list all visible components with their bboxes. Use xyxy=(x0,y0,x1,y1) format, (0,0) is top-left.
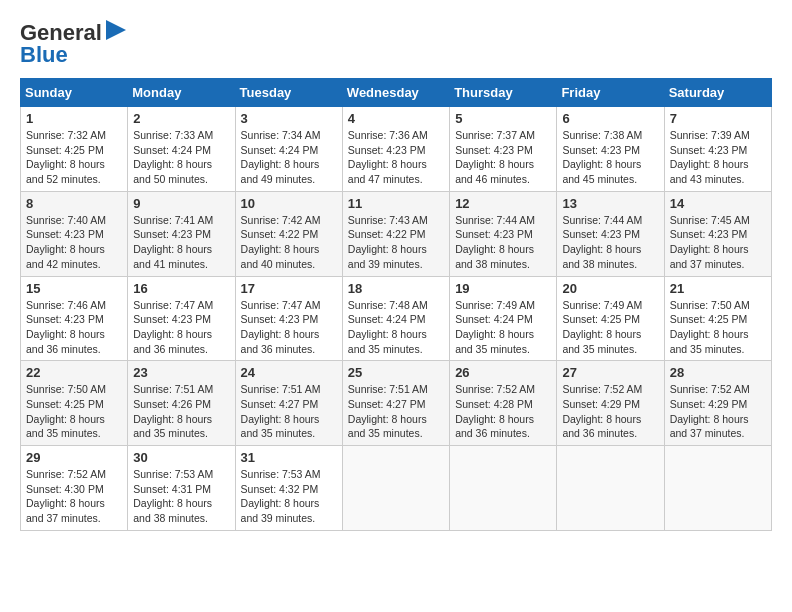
calendar-cell: 29 Sunrise: 7:52 AM Sunset: 4:30 PM Dayl… xyxy=(21,446,128,531)
calendar-cell: 7 Sunrise: 7:39 AM Sunset: 4:23 PM Dayli… xyxy=(664,107,771,192)
sunset-text: Sunset: 4:32 PM xyxy=(241,483,319,495)
sunset-text: Sunset: 4:24 PM xyxy=(348,313,426,325)
day-info: Sunrise: 7:50 AM Sunset: 4:25 PM Dayligh… xyxy=(670,298,766,357)
day-number: 6 xyxy=(562,111,658,126)
calendar-cell: 2 Sunrise: 7:33 AM Sunset: 4:24 PM Dayli… xyxy=(128,107,235,192)
sunrise-text: Sunrise: 7:44 AM xyxy=(455,214,535,226)
sunrise-text: Sunrise: 7:47 AM xyxy=(241,299,321,311)
day-number: 23 xyxy=(133,365,229,380)
daylight-text: Daylight: 8 hours and 38 minutes. xyxy=(133,497,212,524)
daylight-text: Daylight: 8 hours and 39 minutes. xyxy=(241,497,320,524)
calendar-cell: 4 Sunrise: 7:36 AM Sunset: 4:23 PM Dayli… xyxy=(342,107,449,192)
day-number: 27 xyxy=(562,365,658,380)
day-number: 3 xyxy=(241,111,337,126)
day-number: 19 xyxy=(455,281,551,296)
day-info: Sunrise: 7:53 AM Sunset: 4:31 PM Dayligh… xyxy=(133,467,229,526)
day-info: Sunrise: 7:51 AM Sunset: 4:26 PM Dayligh… xyxy=(133,382,229,441)
day-number: 5 xyxy=(455,111,551,126)
sunset-text: Sunset: 4:27 PM xyxy=(348,398,426,410)
calendar-cell: 22 Sunrise: 7:50 AM Sunset: 4:25 PM Dayl… xyxy=(21,361,128,446)
sunset-text: Sunset: 4:27 PM xyxy=(241,398,319,410)
day-number: 31 xyxy=(241,450,337,465)
calendar-cell: 10 Sunrise: 7:42 AM Sunset: 4:22 PM Dayl… xyxy=(235,191,342,276)
day-number: 8 xyxy=(26,196,122,211)
daylight-text: Daylight: 8 hours and 35 minutes. xyxy=(562,328,641,355)
sunrise-text: Sunrise: 7:49 AM xyxy=(562,299,642,311)
day-info: Sunrise: 7:47 AM Sunset: 4:23 PM Dayligh… xyxy=(241,298,337,357)
sunset-text: Sunset: 4:25 PM xyxy=(562,313,640,325)
column-header-friday: Friday xyxy=(557,79,664,107)
page-header: General Blue xyxy=(20,20,772,68)
calendar-cell: 17 Sunrise: 7:47 AM Sunset: 4:23 PM Dayl… xyxy=(235,276,342,361)
day-info: Sunrise: 7:50 AM Sunset: 4:25 PM Dayligh… xyxy=(26,382,122,441)
day-info: Sunrise: 7:53 AM Sunset: 4:32 PM Dayligh… xyxy=(241,467,337,526)
column-header-monday: Monday xyxy=(128,79,235,107)
sunset-text: Sunset: 4:23 PM xyxy=(455,228,533,240)
sunset-text: Sunset: 4:24 PM xyxy=(241,144,319,156)
calendar-cell: 3 Sunrise: 7:34 AM Sunset: 4:24 PM Dayli… xyxy=(235,107,342,192)
calendar-cell xyxy=(664,446,771,531)
day-info: Sunrise: 7:45 AM Sunset: 4:23 PM Dayligh… xyxy=(670,213,766,272)
day-number: 4 xyxy=(348,111,444,126)
sunrise-text: Sunrise: 7:49 AM xyxy=(455,299,535,311)
day-number: 30 xyxy=(133,450,229,465)
day-info: Sunrise: 7:52 AM Sunset: 4:30 PM Dayligh… xyxy=(26,467,122,526)
day-number: 28 xyxy=(670,365,766,380)
sunrise-text: Sunrise: 7:50 AM xyxy=(670,299,750,311)
day-number: 11 xyxy=(348,196,444,211)
sunrise-text: Sunrise: 7:36 AM xyxy=(348,129,428,141)
day-number: 7 xyxy=(670,111,766,126)
daylight-text: Daylight: 8 hours and 42 minutes. xyxy=(26,243,105,270)
sunrise-text: Sunrise: 7:42 AM xyxy=(241,214,321,226)
daylight-text: Daylight: 8 hours and 45 minutes. xyxy=(562,158,641,185)
calendar-cell: 5 Sunrise: 7:37 AM Sunset: 4:23 PM Dayli… xyxy=(450,107,557,192)
sunset-text: Sunset: 4:25 PM xyxy=(26,398,104,410)
column-header-saturday: Saturday xyxy=(664,79,771,107)
daylight-text: Daylight: 8 hours and 36 minutes. xyxy=(241,328,320,355)
day-number: 18 xyxy=(348,281,444,296)
sunrise-text: Sunrise: 7:52 AM xyxy=(562,383,642,395)
daylight-text: Daylight: 8 hours and 36 minutes. xyxy=(562,413,641,440)
sunrise-text: Sunrise: 7:33 AM xyxy=(133,129,213,141)
day-info: Sunrise: 7:51 AM Sunset: 4:27 PM Dayligh… xyxy=(241,382,337,441)
sunset-text: Sunset: 4:23 PM xyxy=(241,313,319,325)
sunrise-text: Sunrise: 7:38 AM xyxy=(562,129,642,141)
calendar-cell: 14 Sunrise: 7:45 AM Sunset: 4:23 PM Dayl… xyxy=(664,191,771,276)
calendar-cell: 26 Sunrise: 7:52 AM Sunset: 4:28 PM Dayl… xyxy=(450,361,557,446)
day-info: Sunrise: 7:51 AM Sunset: 4:27 PM Dayligh… xyxy=(348,382,444,441)
daylight-text: Daylight: 8 hours and 37 minutes. xyxy=(26,497,105,524)
sunset-text: Sunset: 4:25 PM xyxy=(26,144,104,156)
day-info: Sunrise: 7:38 AM Sunset: 4:23 PM Dayligh… xyxy=(562,128,658,187)
sunset-text: Sunset: 4:25 PM xyxy=(670,313,748,325)
daylight-text: Daylight: 8 hours and 40 minutes. xyxy=(241,243,320,270)
calendar-cell: 19 Sunrise: 7:49 AM Sunset: 4:24 PM Dayl… xyxy=(450,276,557,361)
calendar-cell: 13 Sunrise: 7:44 AM Sunset: 4:23 PM Dayl… xyxy=(557,191,664,276)
calendar-cell: 20 Sunrise: 7:49 AM Sunset: 4:25 PM Dayl… xyxy=(557,276,664,361)
day-info: Sunrise: 7:40 AM Sunset: 4:23 PM Dayligh… xyxy=(26,213,122,272)
day-info: Sunrise: 7:44 AM Sunset: 4:23 PM Dayligh… xyxy=(562,213,658,272)
sunset-text: Sunset: 4:23 PM xyxy=(26,228,104,240)
daylight-text: Daylight: 8 hours and 35 minutes. xyxy=(133,413,212,440)
sunrise-text: Sunrise: 7:41 AM xyxy=(133,214,213,226)
daylight-text: Daylight: 8 hours and 49 minutes. xyxy=(241,158,320,185)
sunset-text: Sunset: 4:30 PM xyxy=(26,483,104,495)
sunrise-text: Sunrise: 7:51 AM xyxy=(133,383,213,395)
sunset-text: Sunset: 4:23 PM xyxy=(670,228,748,240)
day-number: 12 xyxy=(455,196,551,211)
sunrise-text: Sunrise: 7:44 AM xyxy=(562,214,642,226)
calendar-cell: 31 Sunrise: 7:53 AM Sunset: 4:32 PM Dayl… xyxy=(235,446,342,531)
day-info: Sunrise: 7:49 AM Sunset: 4:25 PM Dayligh… xyxy=(562,298,658,357)
daylight-text: Daylight: 8 hours and 35 minutes. xyxy=(348,328,427,355)
calendar-table: SundayMondayTuesdayWednesdayThursdayFrid… xyxy=(20,78,772,531)
day-info: Sunrise: 7:32 AM Sunset: 4:25 PM Dayligh… xyxy=(26,128,122,187)
day-info: Sunrise: 7:39 AM Sunset: 4:23 PM Dayligh… xyxy=(670,128,766,187)
sunset-text: Sunset: 4:22 PM xyxy=(348,228,426,240)
day-number: 16 xyxy=(133,281,229,296)
day-info: Sunrise: 7:42 AM Sunset: 4:22 PM Dayligh… xyxy=(241,213,337,272)
sunrise-text: Sunrise: 7:47 AM xyxy=(133,299,213,311)
logo: General Blue xyxy=(20,20,126,68)
day-number: 9 xyxy=(133,196,229,211)
calendar-cell xyxy=(342,446,449,531)
sunset-text: Sunset: 4:23 PM xyxy=(562,144,640,156)
sunrise-text: Sunrise: 7:52 AM xyxy=(26,468,106,480)
